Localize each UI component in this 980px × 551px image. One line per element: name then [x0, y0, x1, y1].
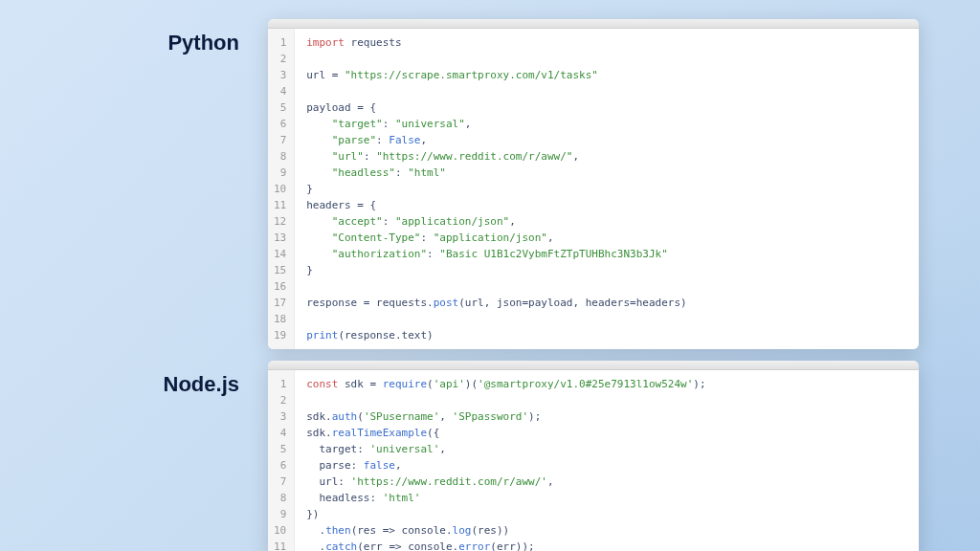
window-titlebar [268, 361, 919, 370]
python-code-window: 12345678910111213141516171819 import req… [268, 19, 919, 349]
nodejs-code-window: 1234567891011 const sdk = require('api')… [268, 361, 919, 551]
python-label: Python [38, 19, 239, 55]
python-code-content[interactable]: import requests url = "https://scrape.sm… [295, 29, 698, 349]
line-number-gutter: 1234567891011 [268, 370, 295, 551]
nodejs-section: Node.js 1234567891011 const sdk = requir… [38, 361, 942, 551]
nodejs-label: Node.js [38, 361, 239, 397]
code-body: 1234567891011 const sdk = require('api')… [268, 370, 919, 551]
line-number-gutter: 12345678910111213141516171819 [268, 29, 295, 349]
python-section: Python 12345678910111213141516171819 imp… [38, 19, 942, 349]
window-titlebar [268, 19, 919, 29]
code-body: 12345678910111213141516171819 import req… [268, 29, 919, 349]
page-container: Python 12345678910111213141516171819 imp… [0, 0, 980, 551]
nodejs-code-content[interactable]: const sdk = require('api')('@smartproxy/… [295, 370, 717, 551]
